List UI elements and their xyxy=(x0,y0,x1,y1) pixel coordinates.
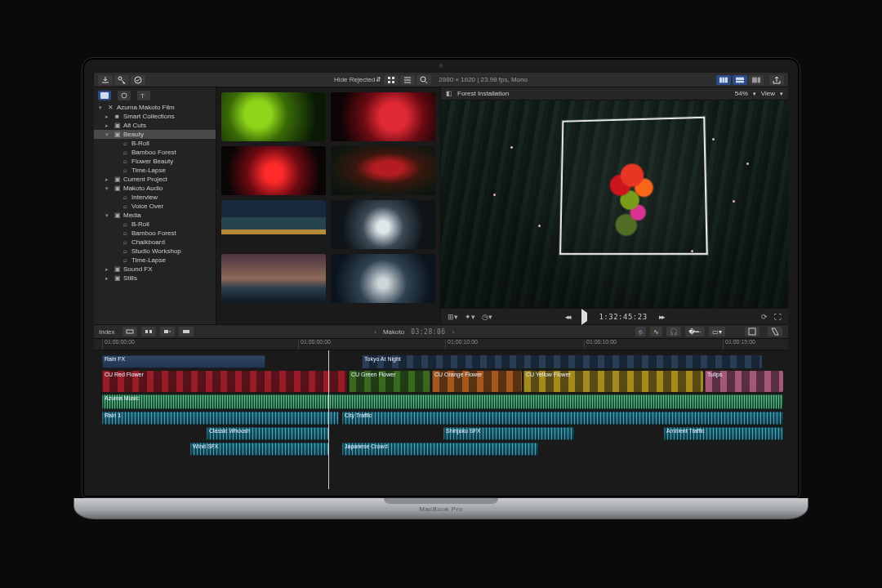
library-tab[interactable] xyxy=(98,91,111,100)
disclosure-triangle-icon[interactable]: ▸ xyxy=(105,266,111,273)
timeline-clip[interactable]: Classic Whoosh xyxy=(207,427,329,440)
sidebar-item[interactable]: ⌕Bamboo Forest xyxy=(94,229,216,238)
audio-skim-button[interactable]: ∿ xyxy=(650,327,662,336)
effects-browser-button[interactable] xyxy=(745,327,760,336)
play-button[interactable] xyxy=(581,313,587,321)
viewer-canvas[interactable] xyxy=(441,100,788,308)
list-view-button[interactable] xyxy=(400,75,415,85)
clip-thumbnail[interactable] xyxy=(331,146,435,195)
timeline-clip[interactable]: Ambient Traffic xyxy=(664,427,783,440)
disclosure-triangle-icon[interactable]: ▸ xyxy=(105,275,111,282)
bg-tasks-button[interactable] xyxy=(131,75,145,85)
sidebar-item[interactable]: ⌕B-Roll xyxy=(94,220,216,229)
workspace-timeline-button[interactable] xyxy=(733,75,747,85)
sidebar-item[interactable]: ⌕Flower Beauty xyxy=(94,157,216,166)
connect-clip-button[interactable] xyxy=(122,327,137,336)
timeline-clip[interactable]: CU Red Flower xyxy=(102,371,347,392)
search-button[interactable] xyxy=(416,75,431,85)
photos-tab[interactable] xyxy=(118,91,131,100)
disclosure-triangle-icon[interactable]: ▸ xyxy=(105,176,111,183)
view-menu[interactable]: View xyxy=(761,90,775,97)
sidebar-item[interactable]: ▸▣Stills xyxy=(94,274,216,283)
index-button[interactable]: Index xyxy=(99,328,115,336)
timeline-clip[interactable]: CU Green Flower xyxy=(349,371,430,392)
sidebar-item[interactable]: ⌕Time-Lapse xyxy=(94,166,216,175)
timeline-clip[interactable]: Rain 1 xyxy=(102,412,339,425)
keyword-button[interactable] xyxy=(114,75,129,85)
timeline-history-back[interactable]: ‹ xyxy=(374,328,376,336)
clip-thumbnail[interactable] xyxy=(221,92,326,141)
sidebar-item[interactable]: ▾▣Media xyxy=(94,211,216,220)
workspace-inspector-button[interactable] xyxy=(749,75,764,85)
insert-clip-button[interactable] xyxy=(141,327,156,336)
sidebar-item[interactable]: ⌕Voice Over xyxy=(94,202,216,211)
zoom-percent[interactable]: 54% xyxy=(735,90,748,97)
snap-button[interactable]: �━⋅ xyxy=(685,327,705,336)
effects-menu[interactable]: ✦▾ xyxy=(465,313,475,321)
next-edit-button[interactable]: ▸▸ xyxy=(659,313,664,321)
skimming-button[interactable]: ⎋ xyxy=(635,327,646,336)
append-clip-button[interactable] xyxy=(160,327,175,336)
fullscreen-button[interactable]: ⛶ xyxy=(774,313,782,321)
sidebar-item[interactable]: ⌕Bamboo Forest xyxy=(94,148,216,157)
timeline-ruler[interactable]: 01:00:00:00 01:00:00:00 01:00:10:00 01:0… xyxy=(94,339,788,350)
clip-thumbnail[interactable] xyxy=(331,254,435,303)
playhead[interactable] xyxy=(328,350,329,489)
disclosure-triangle-icon[interactable]: ▾ xyxy=(105,131,111,138)
timeline-clip[interactable]: Tokyo At Night xyxy=(362,355,762,368)
disclosure-triangle-icon[interactable]: ▾ xyxy=(105,185,111,192)
timeline-clip[interactable]: Japanese Crowd xyxy=(342,443,538,456)
sidebar-item[interactable]: ▾✕Azuma Makoto Film xyxy=(94,103,216,112)
timeline[interactable]: Rain FX Tokyo At Night CU Red Flower xyxy=(94,350,788,489)
overwrite-clip-button[interactable] xyxy=(179,327,194,336)
retime-menu[interactable]: ◷▾ xyxy=(482,313,492,321)
sidebar-item[interactable]: ▾▣Beauty xyxy=(94,130,216,139)
scopes-menu[interactable]: ⊞▾ xyxy=(448,313,458,321)
clip-thumbnail[interactable] xyxy=(221,146,326,195)
timeline-clip[interactable]: Tulips xyxy=(705,371,783,392)
sidebar-item[interactable]: ▸▣Sound FX xyxy=(94,265,216,274)
clip-appearance-button[interactable] xyxy=(384,75,399,85)
loop-button[interactable]: ⟳ xyxy=(761,313,768,321)
sidebar-item[interactable]: ⌕Time-Lapse xyxy=(94,256,216,265)
disclosure-triangle-icon[interactable]: ▸ xyxy=(105,114,111,120)
sidebar-item[interactable]: ▸▣Alt Cuts xyxy=(94,121,216,130)
ruler-tick: 01:00:10:00 xyxy=(584,339,617,350)
timeline-clip[interactable]: Azuma Music xyxy=(102,394,783,409)
timeline-clip[interactable]: Wind SFX xyxy=(190,443,329,456)
hide-rejected-menu[interactable]: Hide Rejected xyxy=(334,76,375,83)
disclosure-triangle-icon[interactable]: ▾ xyxy=(105,212,111,219)
import-button[interactable] xyxy=(98,75,113,85)
sidebar-item[interactable]: ⌕Interview xyxy=(94,193,216,202)
sidebar-item[interactable]: ▾▣Makoto Audio xyxy=(94,184,216,193)
titles-tab[interactable]: T xyxy=(137,91,150,100)
angle-icon[interactable]: ◧ xyxy=(446,90,452,97)
solo-button[interactable]: 🎧 xyxy=(666,327,681,336)
sidebar-item[interactable]: ⌕Studio Workshop xyxy=(94,247,216,256)
sidebar-item[interactable]: ⌕Chalkboard xyxy=(94,238,216,247)
disclosure-triangle-icon[interactable]: ▸ xyxy=(105,122,111,129)
transitions-browser-button[interactable] xyxy=(768,327,782,336)
timeline-clip[interactable]: City Traffic xyxy=(342,412,783,425)
sidebar-item[interactable]: ▸■Smart Collections xyxy=(94,112,216,121)
project-name[interactable]: Makoto xyxy=(383,328,404,336)
item-type-icon: ⌕ xyxy=(122,203,129,210)
prev-edit-button[interactable]: ◂◂ xyxy=(565,313,570,321)
sidebar-item[interactable]: ▸▣Current Project xyxy=(94,175,216,184)
tools-menu[interactable]: ▭▾ xyxy=(709,327,725,336)
timeline-clip[interactable]: Shinjuku SFX xyxy=(443,427,574,440)
share-button[interactable] xyxy=(769,75,784,85)
clip-thumbnail[interactable] xyxy=(221,200,326,249)
clip-browser[interactable] xyxy=(216,87,441,324)
timeline-history-fwd[interactable]: › xyxy=(452,328,455,336)
timeline-clip[interactable]: CU Orange Flower xyxy=(432,371,522,392)
clip-thumbnail[interactable] xyxy=(331,92,435,141)
timeline-clip[interactable]: Rain FX xyxy=(102,355,265,368)
workspace-browser-button[interactable] xyxy=(716,75,731,85)
disclosure-triangle-icon[interactable]: ▾ xyxy=(99,105,105,111)
sidebar-item[interactable]: ⌕B-Roll xyxy=(94,139,216,148)
library-sidebar[interactable]: T ▾✕Azuma Makoto Film▸■Smart Collections… xyxy=(94,87,216,324)
timeline-clip[interactable]: CU Yellow Flower xyxy=(523,371,703,392)
clip-thumbnail[interactable] xyxy=(331,200,435,249)
clip-thumbnail[interactable] xyxy=(221,254,326,303)
